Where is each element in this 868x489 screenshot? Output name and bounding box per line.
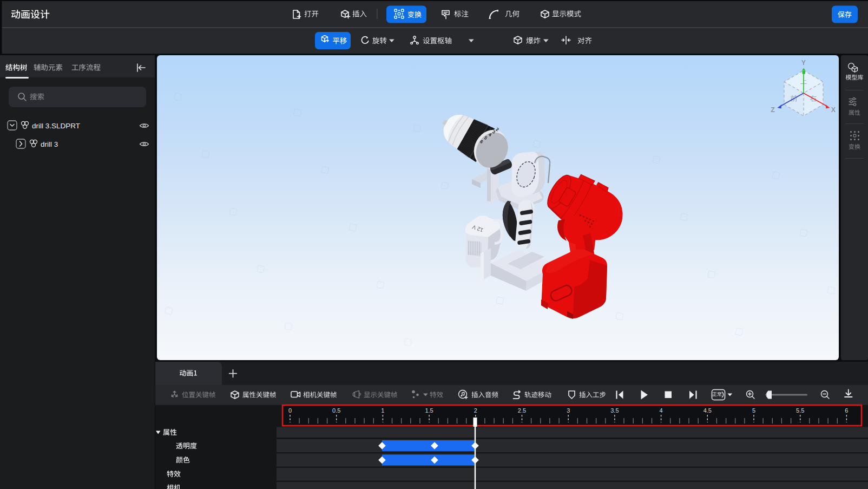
svg-text:4: 4 bbox=[660, 407, 663, 414]
svg-text:0.5: 0.5 bbox=[332, 407, 340, 414]
svg-text:4.5: 4.5 bbox=[703, 407, 712, 414]
svg-text:3.5: 3.5 bbox=[610, 407, 619, 414]
svg-text:2: 2 bbox=[474, 407, 477, 414]
svg-text:3: 3 bbox=[567, 407, 570, 414]
svg-text:5.5: 5.5 bbox=[796, 407, 804, 414]
svg-text:drill 3: drill 3 bbox=[41, 140, 58, 148]
svg-text:Z: Z bbox=[771, 106, 775, 114]
svg-text:6: 6 bbox=[845, 407, 848, 414]
svg-text:1.5: 1.5 bbox=[425, 407, 433, 414]
svg-text:2.5: 2.5 bbox=[518, 407, 526, 414]
svg-text:Y: Y bbox=[801, 59, 806, 67]
svg-text:5: 5 bbox=[752, 407, 755, 414]
svg-text:drill 3.SLDPRT: drill 3.SLDPRT bbox=[32, 122, 80, 130]
svg-text:X: X bbox=[831, 106, 836, 114]
svg-text:0: 0 bbox=[288, 407, 292, 414]
svg-text:1: 1 bbox=[381, 407, 384, 414]
